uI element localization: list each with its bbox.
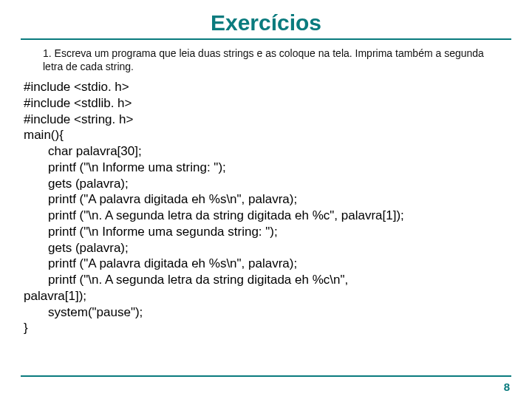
code-block: #include <stdio. h> #include <stdlib. h>… <box>24 79 511 336</box>
footer-divider <box>21 375 511 377</box>
slide: Exercícios 1. Escreva um programa que le… <box>0 0 532 399</box>
page-number: 8 <box>504 381 510 393</box>
title-divider <box>21 38 511 40</box>
exercise-prompt: 1. Escreva um programa que leia duas str… <box>43 47 489 73</box>
page-title: Exercícios <box>21 6 511 38</box>
